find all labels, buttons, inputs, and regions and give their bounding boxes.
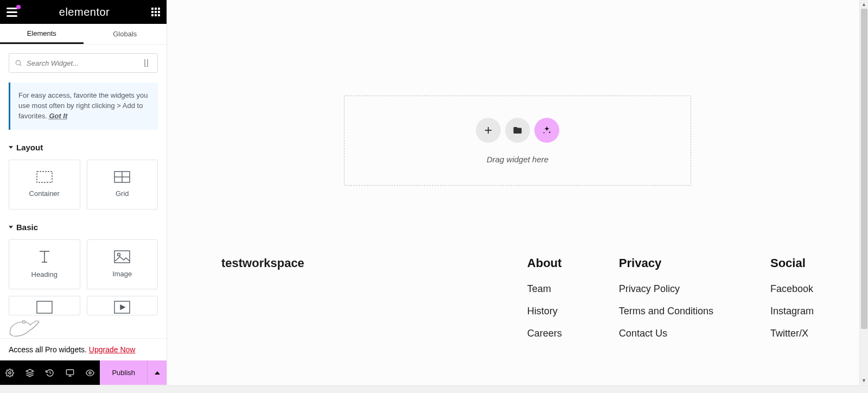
caret-down-icon <box>9 146 13 149</box>
widget-image[interactable]: Image <box>87 239 158 289</box>
responsive-button[interactable] <box>60 360 80 385</box>
upgrade-text: Access all Pro widgets. <box>9 345 89 354</box>
upgrade-bar: Access all Pro widgets. Upgrade Now <box>0 338 167 360</box>
sparkle-icon <box>542 125 552 135</box>
upgrade-link[interactable]: Upgrade Now <box>89 345 136 354</box>
publish-button[interactable]: Publish <box>100 360 147 385</box>
grid-widget-icon <box>114 171 130 183</box>
apps-grid-icon[interactable] <box>151 8 160 16</box>
layers-icon <box>25 369 34 377</box>
svg-point-17 <box>9 372 11 374</box>
dropzone-label: Drag widget here <box>487 155 548 164</box>
svg-marker-16 <box>120 305 125 309</box>
category-layout: Layout Container Grid <box>9 143 158 210</box>
footer-link-history[interactable]: History <box>527 306 562 317</box>
svg-point-13 <box>118 253 120 256</box>
svg-rect-12 <box>114 251 130 263</box>
preview-button[interactable] <box>80 360 100 385</box>
search-icon <box>15 59 22 67</box>
history-button[interactable] <box>40 360 60 385</box>
widget-container-label: Container <box>29 189 60 198</box>
svg-line-1 <box>20 65 22 66</box>
video-icon <box>114 301 130 314</box>
caret-down-icon <box>9 226 13 229</box>
texteditor-icon <box>36 301 53 314</box>
plus-icon <box>483 125 493 135</box>
ai-button[interactable] <box>534 118 559 143</box>
search-input[interactable] <box>27 59 144 67</box>
window-horizontal-scrollbar[interactable] <box>0 385 868 394</box>
tip-text: For easy access, favorite the widgets yo… <box>18 91 148 120</box>
widget-heading[interactable]: Heading <box>9 239 80 289</box>
favorites-tip: For easy access, favorite the widgets yo… <box>9 83 158 130</box>
settings-button[interactable] <box>0 360 20 385</box>
footer-section: testworkspace About Team History Careers… <box>167 256 868 361</box>
add-template-button[interactable] <box>505 118 530 143</box>
footer-link-team[interactable]: Team <box>527 283 562 295</box>
widget-partial-2[interactable] <box>87 296 158 315</box>
editor-canvas[interactable]: Drag widget here testworkspace About Tea… <box>167 0 868 385</box>
footer-link-facebook[interactable]: Facebook <box>770 283 814 295</box>
gear-icon <box>5 369 14 377</box>
footer-col-social: Social Facebook Instagram Twitter/X <box>770 256 814 350</box>
history-icon <box>46 369 54 377</box>
category-basic-toggle[interactable]: Basic <box>9 223 158 232</box>
editor-sidebar: elementor Elements Globals For easy acce… <box>0 0 167 385</box>
bottom-toolbar: Publish <box>0 360 167 385</box>
footer-social-title: Social <box>770 256 814 270</box>
chevron-up-icon <box>155 371 160 375</box>
image-icon <box>114 250 130 263</box>
tab-globals[interactable]: Globals <box>84 24 167 44</box>
scroll-up-icon: ▲ <box>860 0 868 9</box>
footer-link-terms[interactable]: Terms and Conditions <box>619 306 713 317</box>
svg-line-20 <box>50 373 51 373</box>
svg-rect-5 <box>37 172 52 182</box>
svg-point-24 <box>89 372 91 374</box>
footer-col-privacy: Privacy Privacy Policy Terms and Conditi… <box>619 256 713 350</box>
workspace-name: testworkspace <box>221 256 304 270</box>
add-section-button[interactable] <box>476 118 501 143</box>
scrollbar-thumb[interactable] <box>861 9 867 329</box>
folder-icon <box>513 125 522 135</box>
publish-options-button[interactable] <box>147 360 167 385</box>
eye-icon <box>86 369 94 377</box>
category-layout-title: Layout <box>16 143 43 152</box>
container-icon <box>36 171 53 183</box>
heading-icon <box>36 250 53 264</box>
sidebar-header: elementor <box>0 0 167 24</box>
brand-logo: elementor <box>59 6 110 18</box>
footer-link-twitter[interactable]: Twitter/X <box>770 328 814 339</box>
panel-body: For easy access, favorite the widgets yo… <box>0 45 167 338</box>
svg-point-0 <box>16 60 20 65</box>
tab-elements[interactable]: Elements <box>0 24 84 44</box>
widget-heading-label: Heading <box>31 270 58 278</box>
category-basic-title: Basic <box>16 223 38 232</box>
footer-about-title: About <box>527 256 562 270</box>
tip-dismiss[interactable]: Got It <box>49 112 67 120</box>
footer-col-about: About Team History Careers <box>527 256 562 350</box>
widget-image-label: Image <box>112 270 132 278</box>
responsive-icon <box>66 369 74 377</box>
scroll-down-icon: ▼ <box>860 376 868 385</box>
category-layout-toggle[interactable]: Layout <box>9 143 158 152</box>
footer-link-contact[interactable]: Contact Us <box>619 328 713 339</box>
svg-marker-18 <box>27 369 34 373</box>
text-cursor-icon <box>144 59 152 67</box>
navigator-button[interactable] <box>20 360 40 385</box>
drop-zone[interactable]: Drag widget here <box>344 96 691 186</box>
widget-grid-label: Grid <box>116 189 129 198</box>
footer-link-careers[interactable]: Careers <box>527 328 562 339</box>
widget-container[interactable]: Container <box>9 160 80 210</box>
window-vertical-scrollbar[interactable]: ▲ ▼ <box>859 0 868 385</box>
widget-grid[interactable]: Grid <box>87 160 158 210</box>
widget-partial-1[interactable] <box>9 296 80 315</box>
footer-privacy-title: Privacy <box>619 256 713 270</box>
footer-link-instagram[interactable]: Instagram <box>770 306 814 317</box>
category-basic: Basic Heading Image <box>9 223 158 315</box>
panel-tabs: Elements Globals <box>0 24 167 45</box>
search-widget-box[interactable] <box>9 53 158 73</box>
svg-rect-21 <box>66 370 73 375</box>
footer-link-privacy-policy[interactable]: Privacy Policy <box>619 283 713 295</box>
menu-button[interactable] <box>7 8 17 17</box>
svg-rect-14 <box>37 301 52 313</box>
